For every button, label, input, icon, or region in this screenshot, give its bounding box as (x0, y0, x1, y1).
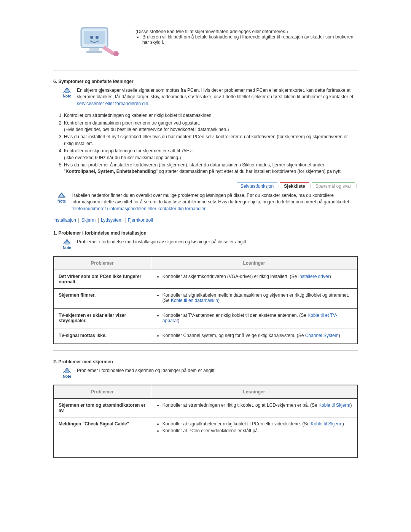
sol-text: Kontroller at strømledningen er riktig t… (162, 403, 319, 408)
svg-point-6 (113, 51, 119, 56)
divider (53, 70, 358, 70)
solution-cell: Kontroller at signalkabelen mellom datam… (151, 289, 357, 309)
checklist-subtext: (Hvis den gjør det, bør du bestille en e… (64, 127, 229, 132)
screen-problems-table: Problemer Løsninger Skjermen er tom og s… (53, 385, 358, 458)
install-driver-link[interactable]: Installere driver (298, 274, 330, 279)
problem-cell: TV-skjermen er uklar eller viser støysig… (54, 309, 151, 329)
pipe: | (97, 217, 101, 223)
note-label: Note (61, 246, 73, 250)
table-row: Skjermen flimrer. Kontroller at signalka… (54, 289, 357, 309)
solution-cell: Kontroller at skjermkortdriveren (VGA-dr… (151, 270, 357, 289)
table-header-row: Problemer Løsninger (54, 256, 357, 270)
tab-strip: Selvtestfunksjon | Sjekkliste | Spørsmål… (53, 182, 358, 190)
section1-title: 1. Problemer i forbindelse med installas… (53, 230, 358, 236)
connect-computer-link[interactable]: Koble til en datamaskin (171, 298, 218, 303)
table-row: Meldingen "Check Signal Cable" Kontrolle… (54, 417, 357, 439)
th-solutions: Løsninger (151, 385, 357, 399)
sol-text: ) (218, 298, 220, 303)
problem-cell: Skjermen er tom og strømindikatoren er a… (54, 399, 151, 417)
th-problems: Problemer (54, 256, 151, 270)
top-warning-bullet: Brukeren vil bli bedt om å betale kostna… (142, 34, 358, 45)
checklist-item: Kontroller om datamaskinen piper mer enn… (64, 120, 358, 133)
section6-note-pre: En skjerm gjenskaper visuelle signaler s… (77, 88, 353, 99)
section6-title: 6. Symptomer og anbefalte løsninger (53, 79, 358, 84)
link-fjernkontroll[interactable]: Fjernkontroll (128, 217, 153, 223)
svg-rect-10 (65, 370, 69, 373)
checklist-bold: Kontrollpanel, System, Enhetsbehandling (65, 169, 156, 174)
connect-display-link[interactable]: Koble til Skjerm (319, 403, 350, 408)
problem-cell: Skjermen flimrer. (54, 289, 151, 309)
problem-cell (54, 439, 151, 458)
checklist-text: Kontroller om skjermoppdateringen for sk… (64, 148, 193, 153)
solution-cell: Kontroller Channel system, og sørg for å… (151, 329, 357, 344)
table-row: Skjermen er tom og strømindikatoren er a… (54, 399, 357, 417)
top-warning-row: (Disse stoffene kan føre til at skjermov… (53, 23, 358, 61)
section6-note-text: En skjerm gjenskaper visuelle signaler s… (77, 87, 358, 107)
tab-selvtest[interactable]: Selvtestfunksjon (237, 182, 277, 190)
svg-point-3 (96, 36, 99, 39)
section6-note-post: . (148, 101, 149, 106)
section2-title: 2. Problemer med skjermen (53, 359, 358, 364)
svg-rect-5 (86, 51, 102, 53)
tab-separator: | (355, 182, 358, 190)
sol-text: Kontroller at TV-antennen er riktig kobl… (162, 313, 307, 318)
table-row: TV-signal mottas ikke. Kontroller Channe… (54, 329, 357, 344)
solution-item: Kontroller at signalkabelen mellom datam… (162, 292, 352, 303)
channel-system-link[interactable]: Channel System (305, 333, 339, 338)
link-installasjon[interactable]: Installasjon (53, 217, 76, 223)
divider (53, 350, 358, 351)
solution-item: Kontroller at signalkabelen er riktig ko… (162, 421, 352, 427)
solution-item: Kontroller at PCen eller videokildene er… (162, 428, 352, 433)
th-problems: Problemer (54, 385, 151, 399)
checklist-intro-text: I tabellen nedenfor finner du en oversik… (72, 192, 358, 212)
checklist-item: Hvis du har installert et nytt skjermkor… (64, 134, 358, 147)
link-skjerm[interactable]: Skjerm (81, 217, 96, 223)
note-label: Note (61, 94, 73, 98)
note-icon: Note (61, 87, 73, 98)
top-warning-text: (Disse stoffene kan føre til at skjermov… (135, 23, 358, 46)
tab-separator: | (277, 182, 280, 190)
section6-checklist: Kontroller om strømledningen og kabelen … (53, 112, 358, 175)
tab-sporsmal-og-svar[interactable]: Spørsmål og svar (312, 182, 355, 190)
pipe: | (77, 217, 81, 223)
sol-text: ) (342, 421, 344, 427)
sol-text: Kontroller Channel system, og sørg for å… (162, 333, 305, 338)
note-icon: Note (61, 239, 73, 250)
svg-point-2 (90, 36, 93, 39)
dealer-contact-link[interactable]: telefonnummeret i informasjonsdelen elle… (72, 206, 206, 211)
checklist-text: Kontroller om strømledningen og kabelen … (64, 113, 213, 118)
tab-sjekkliste[interactable]: Sjekkliste (280, 182, 309, 190)
sol-text: ) (178, 318, 180, 323)
solution-cell: Kontroller at signalkabelen er riktig ko… (151, 417, 357, 439)
install-problems-table: Problemer Løsninger Det virker som om PC… (53, 256, 358, 344)
sol-text: ) (350, 403, 352, 408)
section1-note-text: Problemer i forbindelse med installasjon… (77, 239, 358, 245)
sol-text: ) (330, 274, 331, 279)
checklist-text: " og starter datamaskinen på nytt etter … (156, 169, 342, 174)
note-icon: Note (56, 192, 68, 203)
checklist-item: Kontroller om skjermoppdateringen for sk… (64, 148, 358, 161)
top-warning-line1: (Disse stoffene kan føre til at skjermov… (135, 29, 358, 34)
intro2-pre: I tabellen nedenfor finner du en oversik… (72, 193, 350, 204)
solution-cell (151, 439, 357, 458)
svg-rect-4 (89, 48, 99, 51)
section6-note: Note En skjerm gjenskaper visuelle signa… (61, 87, 358, 107)
service-center-link[interactable]: servicesenter eller forhandleren din (77, 101, 148, 106)
sol-text: ) (339, 333, 340, 338)
checklist-subtext: (Ikke overskrid 60Hz når du bruker maksi… (64, 155, 181, 160)
solution-item: Kontroller Channel system, og sørg for å… (162, 333, 352, 338)
tab-separator: | (309, 182, 312, 190)
svg-rect-9 (65, 241, 69, 244)
category-links: Installasjon | Skjerm | Lydsystem | Fjer… (53, 217, 358, 223)
connect-display-link[interactable]: Koble til Skjerm (311, 421, 342, 427)
link-lydsystem[interactable]: Lydsystem (101, 217, 123, 223)
pipe: | (124, 217, 127, 223)
solution-item: Kontroller at strømledningen er riktig t… (162, 403, 352, 408)
intro2-post: . (206, 206, 207, 211)
sol-text: Kontroller at skjermkortdriveren (VGA-dr… (162, 274, 298, 279)
table-row: TV-skjermen er uklar eller viser støysig… (54, 309, 357, 329)
svg-rect-1 (84, 31, 105, 44)
checklist-item: Hvis du har problemer å installere kortd… (64, 162, 358, 175)
checklist-intro-note: Note I tabellen nedenfor finner du en ov… (56, 192, 358, 212)
sol-text: Kontroller at signalkabelen er riktig ko… (162, 421, 311, 427)
